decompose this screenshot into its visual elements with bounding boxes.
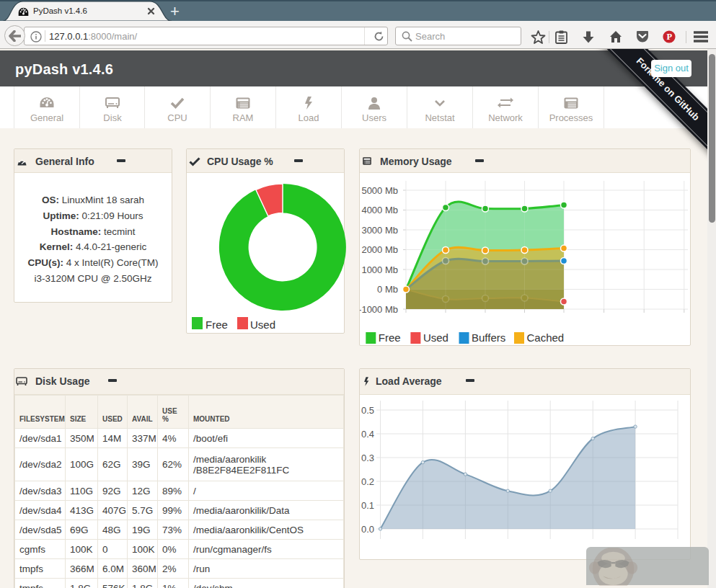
svg-text:P: P <box>666 32 672 42</box>
svg-text:0 Mb: 0 Mb <box>377 284 398 295</box>
svg-text:0.3: 0.3 <box>361 453 374 463</box>
svg-text:0.1: 0.1 <box>361 500 374 511</box>
svg-text:3000 Mb: 3000 Mb <box>361 225 398 236</box>
svg-text:Cached: Cached <box>527 331 565 344</box>
svg-text:Used: Used <box>423 331 448 344</box>
svg-text:Free: Free <box>379 331 401 344</box>
svg-text:0.0: 0.0 <box>361 524 374 535</box>
svg-text:0.5: 0.5 <box>361 405 374 416</box>
svg-text:0.2: 0.2 <box>361 476 374 487</box>
svg-text:Buffers: Buffers <box>472 331 505 344</box>
svg-text:-1000 Mb: -1000 Mb <box>360 304 398 315</box>
svg-text:0.4: 0.4 <box>361 429 374 440</box>
svg-text:5000 Mb: 5000 Mb <box>361 185 398 196</box>
svg-text:1000 Mb: 1000 Mb <box>361 264 398 275</box>
svg-text:4000 Mb: 4000 Mb <box>361 205 398 215</box>
svg-text:2000 Mb: 2000 Mb <box>361 244 398 255</box>
